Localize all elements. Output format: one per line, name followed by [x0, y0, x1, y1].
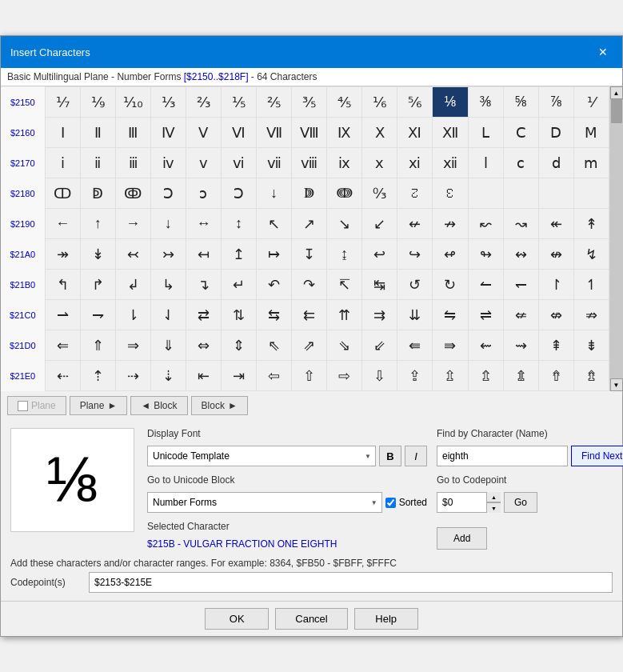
char-cell[interactable]: ←: [45, 209, 80, 239]
char-cell[interactable]: ↠: [45, 239, 80, 270]
char-cell[interactable]: Ⅷ: [292, 118, 327, 148]
char-cell[interactable]: ⇇: [292, 300, 327, 330]
spin-down-button[interactable]: ▼: [487, 502, 501, 513]
char-cell[interactable]: ⇡: [80, 361, 115, 391]
char-cell[interactable]: ⇩: [362, 361, 397, 391]
char-cell[interactable]: ↈ: [327, 178, 362, 209]
char-cell[interactable]: Ⅴ: [186, 118, 221, 148]
char-cell[interactable]: Ⅶ: [257, 118, 292, 148]
ok-button[interactable]: OK: [205, 608, 269, 630]
char-cell[interactable]: ⅽ: [503, 148, 538, 178]
display-font-select[interactable]: Unicode Template: [147, 446, 376, 466]
char-cell[interactable]: ↓: [150, 209, 186, 239]
char-cell[interactable]: ⇣: [150, 361, 186, 391]
cancel-button[interactable]: Cancel: [275, 608, 347, 630]
char-cell[interactable]: ⇂: [115, 300, 150, 330]
char-cell[interactable]: ⅗: [292, 87, 327, 118]
char-cell[interactable]: ↱: [80, 270, 115, 300]
char-cell[interactable]: ⇍: [503, 300, 538, 330]
char-cell[interactable]: ⇉: [362, 300, 397, 330]
char-cell[interactable]: ⅰ: [45, 148, 80, 178]
char-cell[interactable]: ↪: [397, 239, 433, 270]
char-cell[interactable]: ⅟: [573, 87, 609, 118]
char-cell[interactable]: ⇘: [327, 330, 362, 361]
char-cell[interactable]: ⇒: [115, 330, 150, 361]
char-cell[interactable]: ↮: [538, 239, 573, 270]
char-cell[interactable]: ⇧: [292, 361, 327, 391]
char-cell[interactable]: ↨: [327, 239, 362, 270]
char-cell[interactable]: ⅞: [538, 87, 573, 118]
char-cell[interactable]: ↥: [221, 239, 256, 270]
char-cell[interactable]: ⇈: [327, 300, 362, 330]
close-button[interactable]: ✕: [593, 42, 613, 62]
char-cell[interactable]: ↢: [115, 239, 150, 270]
char-cell[interactable]: ↜: [468, 209, 503, 239]
char-cell[interactable]: ⅝: [503, 87, 538, 118]
char-cell[interactable]: ↖: [257, 209, 292, 239]
scroll-down-button[interactable]: ▼: [610, 378, 623, 391]
char-cell[interactable]: ⇬: [468, 361, 503, 391]
char-cell[interactable]: ⅱ: [80, 148, 115, 178]
char-cell[interactable]: ⅛: [433, 87, 468, 118]
char-cell[interactable]: ↻: [433, 270, 468, 300]
char-cell[interactable]: ↰: [45, 270, 80, 300]
char-cell[interactable]: ⅙: [362, 87, 397, 118]
char-cell[interactable]: ⇟: [573, 330, 609, 361]
char-cell[interactable]: ↧: [292, 239, 327, 270]
find-next-button[interactable]: Find Next: [571, 446, 623, 466]
goto-block-select[interactable]: Number Forms: [147, 492, 382, 513]
char-cell[interactable]: ↉: [362, 178, 397, 209]
char-cell[interactable]: ⅒: [115, 87, 150, 118]
grid-scrollbar[interactable]: ▲ ▼: [609, 86, 622, 391]
char-cell[interactable]: ↲: [115, 270, 150, 300]
char-cell[interactable]: ⇁: [80, 300, 115, 330]
char-cell[interactable]: ↑: [80, 209, 115, 239]
add-button[interactable]: Add: [437, 527, 487, 550]
char-cell[interactable]: [468, 178, 503, 209]
char-cell[interactable]: [538, 178, 573, 209]
char-cell[interactable]: ⅑: [80, 87, 115, 118]
char-cell[interactable]: ⅼ: [468, 148, 503, 178]
italic-button[interactable]: I: [405, 446, 427, 466]
char-cell[interactable]: ↯: [573, 239, 609, 270]
char-cell[interactable]: ↼: [468, 270, 503, 300]
char-cell[interactable]: ⅖: [257, 87, 292, 118]
char-cell[interactable]: [573, 178, 609, 209]
char-cell[interactable]: ⇝: [503, 330, 538, 361]
char-cell[interactable]: Ⅳ: [150, 118, 186, 148]
help-button[interactable]: Help: [354, 608, 418, 630]
char-cell[interactable]: Ⅱ: [80, 118, 115, 148]
find-input[interactable]: [437, 446, 568, 466]
char-cell[interactable]: ⇎: [538, 300, 573, 330]
char-cell[interactable]: Ⅿ: [573, 118, 609, 148]
char-cell[interactable]: ⅺ: [397, 148, 433, 178]
char-cell[interactable]: Ⅸ: [327, 118, 362, 148]
char-cell[interactable]: ⅷ: [292, 148, 327, 178]
char-cell[interactable]: ⅴ: [186, 148, 221, 178]
char-cell[interactable]: ↂ: [115, 178, 150, 209]
spin-up-button[interactable]: ▲: [487, 492, 501, 502]
char-cell[interactable]: ↺: [397, 270, 433, 300]
char-cell[interactable]: ⅾ: [538, 148, 573, 178]
char-cell[interactable]: ⅜: [468, 87, 503, 118]
char-cell[interactable]: ↳: [150, 270, 186, 300]
char-cell[interactable]: ⇨: [327, 361, 362, 391]
char-cell[interactable]: Ⅼ: [468, 118, 503, 148]
char-cell[interactable]: [503, 178, 538, 209]
char-cell[interactable]: ↽: [503, 270, 538, 300]
char-cell[interactable]: ↗: [292, 209, 327, 239]
char-cell[interactable]: ↙: [362, 209, 397, 239]
char-cell[interactable]: ⇜: [468, 330, 503, 361]
char-cell[interactable]: ↭: [503, 239, 538, 270]
char-cell[interactable]: ⇑: [80, 330, 115, 361]
plane-back-button[interactable]: Plane: [7, 396, 66, 415]
char-cell[interactable]: ⇋: [433, 300, 468, 330]
char-cell[interactable]: ↔: [186, 209, 221, 239]
char-cell[interactable]: ⅻ: [433, 148, 468, 178]
char-cell[interactable]: ↿: [573, 270, 609, 300]
char-cell[interactable]: ↾: [538, 270, 573, 300]
char-cell[interactable]: ↝: [503, 209, 538, 239]
char-cell[interactable]: ↴: [186, 270, 221, 300]
char-cell[interactable]: ⇙: [362, 330, 397, 361]
char-cell[interactable]: ⇯: [573, 361, 609, 391]
